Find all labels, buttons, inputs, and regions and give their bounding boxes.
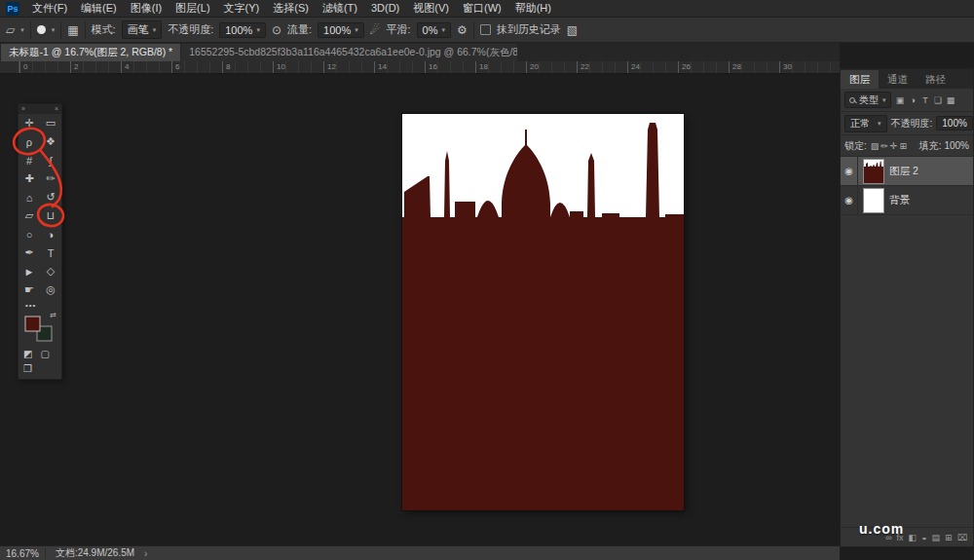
ruler-number: 26	[678, 61, 729, 73]
rectangular-marquee-tool[interactable]: ▭	[40, 114, 61, 132]
swap-colors-icon[interactable]: ⇄	[50, 311, 56, 319]
path-selection-tool[interactable]: ►	[19, 262, 40, 280]
menu-item[interactable]: 3D(D)	[364, 0, 406, 17]
erase-to-history-checkbox[interactable]	[480, 24, 491, 35]
brush-settings-icon[interactable]: ▧	[567, 24, 578, 36]
document-size-info: 文档:24.9M/26.5M	[56, 546, 134, 560]
adjustment-layer-icon[interactable]: ◒	[921, 533, 926, 542]
edit-toolbar-icon[interactable]: ❐	[23, 363, 32, 374]
visibility-eye-icon[interactable]: ◉	[841, 186, 858, 214]
clone-stamp-tool[interactable]: ⌂	[19, 188, 40, 206]
brush-tool[interactable]: ✏	[40, 169, 61, 188]
close-icon[interactable]: ×	[55, 104, 58, 114]
screen-mode-icon[interactable]: ▢	[40, 349, 49, 359]
tab-paths[interactable]: 路径	[917, 70, 955, 89]
filter-adjustment-icon[interactable]: ◑	[908, 95, 918, 105]
layer-mask-icon[interactable]: ◧	[909, 533, 918, 542]
history-brush-tool[interactable]: ↺	[40, 188, 61, 206]
document-tab-bar: 未标题-1 @ 16.7%(图层 2, RGB/8) * 16552295-5c…	[0, 43, 840, 61]
layer-row-background[interactable]: ◉ 背景	[841, 186, 973, 215]
separator	[30, 21, 31, 39]
document-tab-active[interactable]: 未标题-1 @ 16.7%(图层 2, RGB/8) *	[1, 44, 180, 61]
pressure-opacity-icon[interactable]: ⊙	[272, 24, 281, 36]
spot-healing-tool[interactable]: ✚	[19, 169, 40, 188]
layer-thumbnail[interactable]	[864, 160, 883, 183]
layer-filter-dropdown[interactable]: 类型 ▾	[844, 92, 891, 108]
shape-tool[interactable]: ◇	[40, 262, 61, 280]
canvas-area[interactable]: » × ✛▭ρ❖#ʃ✚✏⌂↺▱⊔○◑✒T►◇☛◎ ••• ⇄	[0, 74, 840, 545]
layer-opacity-dropdown[interactable]: 100%	[936, 116, 973, 131]
lock-pixels-icon[interactable]: ✏	[880, 141, 888, 151]
paint-bucket-tool[interactable]: ⊔	[40, 206, 61, 225]
opacity-dropdown[interactable]: 100% ▾	[219, 22, 266, 38]
zoom-level-field[interactable]: 16.67%	[4, 548, 46, 559]
visibility-eye-icon[interactable]: ◉	[841, 157, 858, 185]
foreground-color-swatch[interactable]	[25, 317, 40, 331]
filter-image-icon[interactable]: ▣	[895, 95, 906, 105]
blend-mode-dropdown[interactable]: 正常 ▾	[844, 115, 887, 132]
move-tool[interactable]: ✛	[19, 114, 40, 132]
chevron-down-icon: ▾	[256, 26, 260, 34]
mode-dropdown[interactable]: 画笔 ▾	[122, 20, 163, 39]
lasso-tool[interactable]: ρ	[19, 132, 40, 151]
ruler-number: 18	[475, 61, 526, 73]
brush-panel-toggle-icon[interactable]: ▦	[67, 24, 78, 36]
quick-mask-icon[interactable]: ◩	[23, 349, 32, 359]
ruler-number: 8	[222, 61, 273, 73]
menu-item[interactable]: 滤镜(T)	[316, 0, 364, 17]
zoom-tool[interactable]: ◎	[40, 280, 61, 299]
lock-position-icon[interactable]: ✛	[890, 141, 898, 151]
airbrush-icon[interactable]: ☄	[370, 24, 381, 36]
smoothing-dropdown[interactable]: 0% ▾	[417, 22, 451, 38]
more-tools-icon[interactable]: •••	[19, 299, 61, 311]
layer-opacity-label: 不透明度:	[891, 117, 933, 131]
document-canvas[interactable]	[402, 114, 684, 510]
tool-grid: ✛▭ρ❖#ʃ✚✏⌂↺▱⊔○◑✒T►◇☛◎	[19, 114, 61, 299]
menu-item[interactable]: 编辑(E)	[74, 0, 124, 17]
menu-item[interactable]: 视图(V)	[406, 0, 456, 17]
hand-tool[interactable]: ☛	[19, 280, 40, 299]
lock-transparent-icon[interactable]: ▨	[871, 141, 880, 151]
eyedropper-tool[interactable]: ʃ	[40, 151, 61, 169]
layer-group-icon[interactable]: ▤	[932, 533, 941, 542]
quick-selection-tool[interactable]: ❖	[40, 132, 61, 151]
gear-icon[interactable]: ⚙	[457, 24, 468, 36]
filter-type-icon[interactable]: T	[920, 95, 931, 105]
menu-item[interactable]: 帮助(H)	[508, 0, 558, 17]
brush-preset-caret-icon[interactable]: ▾	[52, 26, 56, 34]
photoshop-window: Ps 文件(F)编辑(E)图像(I)图层(L)文字(Y)选择(S)滤镜(T)3D…	[0, 0, 974, 560]
menu-item[interactable]: 文字(Y)	[217, 0, 267, 17]
flow-dropdown[interactable]: 100% ▾	[318, 22, 364, 38]
pen-tool[interactable]: ✒	[19, 243, 40, 262]
layer-row-layer-2[interactable]: ◉ 图层 2	[841, 157, 973, 186]
color-swatches: ⇄	[24, 315, 56, 344]
tools-panel: » × ✛▭ρ❖#ʃ✚✏⌂↺▱⊔○◑✒T►◇☛◎ ••• ⇄	[18, 103, 62, 380]
new-layer-icon[interactable]: ⊞	[945, 533, 953, 542]
menu-item[interactable]: 文件(F)	[25, 0, 74, 17]
menu-item[interactable]: 图像(I)	[124, 0, 169, 17]
menu-item[interactable]: 窗口(W)	[456, 0, 508, 17]
chevron-down-icon: ▾	[878, 120, 881, 128]
crop-tool[interactable]: #	[19, 151, 40, 169]
blend-mode-row: 正常 ▾ 不透明度: 100%	[841, 112, 973, 135]
document-tab[interactable]: 16552295-5cbd825f3b3a116a4465432ca6a1ee0…	[181, 44, 517, 61]
filter-shape-icon[interactable]: ❏	[933, 95, 944, 105]
tab-channels[interactable]: 通道	[879, 70, 917, 89]
type-tool[interactable]: T	[40, 243, 61, 262]
collapse-panel-icon[interactable]: »	[21, 104, 25, 114]
fill-value[interactable]: 100%	[944, 140, 969, 151]
delete-layer-icon[interactable]: ⌧	[957, 533, 967, 542]
lock-all-icon[interactable]: ⊞	[899, 141, 907, 151]
menu-item[interactable]: 图层(L)	[169, 0, 216, 17]
brush-preset-icon[interactable]	[37, 25, 46, 34]
filter-smart-object-icon[interactable]: ▦	[946, 95, 956, 105]
blur-tool[interactable]: ○	[19, 225, 40, 243]
status-options-chevron-icon[interactable]: ›	[144, 548, 147, 559]
dodge-tool[interactable]: ◑	[40, 225, 61, 243]
eraser-tool[interactable]: ▱	[19, 206, 40, 225]
layer-thumbnail[interactable]	[864, 189, 883, 212]
tab-layers[interactable]: 图层	[841, 70, 879, 89]
tool-preset-caret-icon[interactable]: ▾	[20, 26, 24, 34]
current-tool-icon[interactable]: ▱	[6, 24, 15, 36]
menu-item[interactable]: 选择(S)	[266, 0, 316, 17]
